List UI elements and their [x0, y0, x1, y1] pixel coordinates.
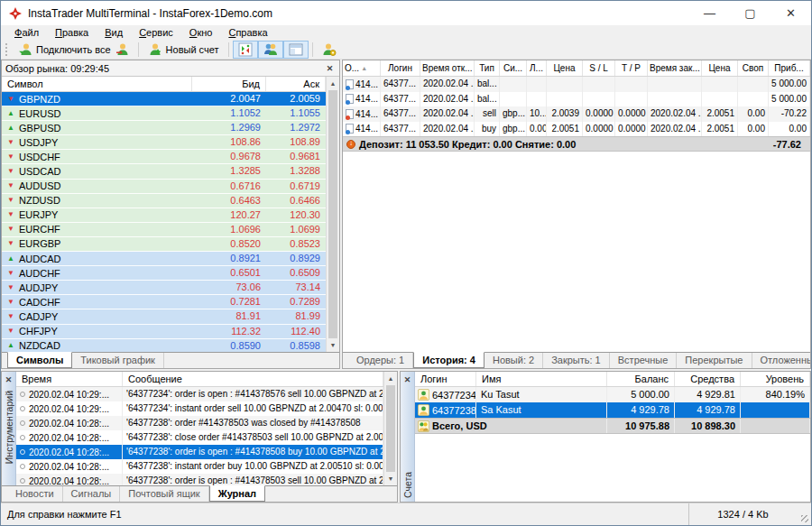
resize-grip[interactable]: [797, 503, 811, 525]
market-row[interactable]: USDJPY 108.86 108.89: [2, 135, 326, 150]
column-type[interactable]: Тип: [475, 60, 500, 76]
account-settings-button[interactable]: [317, 41, 342, 59]
column-symbol[interactable]: Си...: [500, 60, 527, 76]
close-button[interactable]: ✕: [770, 1, 811, 25]
column-swap[interactable]: Своп: [738, 60, 769, 76]
menu-item[interactable]: Окно: [181, 26, 221, 39]
orders-tab[interactable]: Отложенный: 1: [752, 353, 812, 368]
toggle-toolbox-button[interactable]: [283, 41, 309, 59]
column-equity[interactable]: Средства: [675, 372, 741, 386]
orders-tab[interactable]: Перекрытые: [677, 353, 752, 368]
column-login[interactable]: Логин: [381, 60, 420, 76]
market-row[interactable]: USDCAD 1.3285 1.3288: [2, 164, 326, 179]
toolbox-tab[interactable]: Новости: [7, 486, 63, 502]
toggle-market-watch-button[interactable]: [233, 41, 258, 59]
market-row[interactable]: AUDCAD 0.8921 0.8929: [2, 252, 326, 266]
column-bid[interactable]: Бид: [192, 77, 266, 91]
column-ask[interactable]: Аск: [266, 77, 326, 91]
market-row[interactable]: CADJPY 81.91 81.99: [2, 309, 326, 324]
order-open-time: 2020.02.04 ...: [420, 106, 475, 122]
scroll-down-icon[interactable]: ▼: [327, 338, 339, 352]
scrollbar-thumb[interactable]: [386, 385, 395, 472]
menu-item[interactable]: Правка: [47, 26, 97, 39]
toggle-accounts-button[interactable]: [258, 41, 283, 59]
market-row[interactable]: GBPNZD 2.0047 2.0059: [2, 92, 326, 106]
market-row[interactable]: CHFJPY 112.32 112.40: [2, 325, 326, 339]
market-row[interactable]: EURUSD 1.1052 1.1055: [2, 106, 326, 121]
toolbox-close-icon[interactable]: ✕: [3, 374, 14, 385]
toolbox-tab[interactable]: Журнал: [209, 485, 265, 502]
column-price[interactable]: Цена: [547, 60, 583, 76]
accounts-close-icon[interactable]: ✕: [401, 374, 413, 385]
journal-time: 2020.02.04 10:29:...: [29, 390, 109, 400]
orders-tab[interactable]: Закрыть: 1: [543, 353, 610, 368]
order-row[interactable]: 414... 64377... 2020.02.04 ... bal...: [343, 92, 810, 107]
market-row[interactable]: AUDUSD 0.6716 0.6719: [2, 180, 326, 194]
toolbar-grip[interactable]: [5, 43, 10, 56]
journal-scrollbar[interactable]: ▲ ▼: [383, 372, 397, 485]
market-watch-close-icon[interactable]: ✕: [324, 62, 336, 74]
column-symbol[interactable]: Символ: [2, 77, 192, 91]
market-row[interactable]: EURCHF 1.0696 1.0699: [2, 223, 326, 237]
column-login[interactable]: Логин: [415, 372, 476, 386]
market-row[interactable]: EURJPY 120.27 120.30: [2, 208, 326, 223]
scroll-down-icon[interactable]: ▼: [384, 472, 397, 485]
toolbox-tab[interactable]: Сигналы: [63, 486, 121, 502]
bid-value: 1.3285: [192, 164, 266, 178]
orders-tab[interactable]: Ордеры: 1: [348, 353, 413, 368]
column-open-time[interactable]: Время отк...: [420, 60, 475, 76]
orders-tab[interactable]: История: 4: [413, 352, 484, 368]
journal-row[interactable]: 2020.02.04 10:28:... '64377238': instant…: [16, 459, 383, 474]
column-balance[interactable]: Баланс: [607, 372, 675, 386]
journal-row[interactable]: 2020.02.04 10:29:... '64377234': order i…: [16, 387, 383, 401]
market-row[interactable]: EURGBP 0.8520 0.8523: [2, 237, 326, 252]
column-level[interactable]: Уровень: [741, 372, 810, 386]
column-time[interactable]: Время: [16, 372, 123, 386]
scrollbar-thumb[interactable]: [328, 90, 337, 338]
column-tp[interactable]: T / P: [615, 60, 648, 76]
order-close-time: [648, 92, 702, 107]
market-row[interactable]: GBPUSD 1.2969 1.2972: [2, 121, 326, 135]
toolbox-tab[interactable]: Почтовый ящик: [120, 486, 208, 502]
menu-item[interactable]: Сервис: [131, 26, 181, 39]
column-order[interactable]: О...▲: [343, 60, 381, 76]
market-watch-scrollbar[interactable]: ▲ ▼: [326, 77, 339, 352]
orders-tab[interactable]: Новый: 2: [484, 353, 543, 368]
maximize-button[interactable]: ▢: [730, 1, 770, 25]
market-watch-tab[interactable]: Символы: [7, 352, 72, 368]
order-row[interactable]: 414... 64377... 2020.02.04 ... bal...: [343, 77, 810, 92]
account-row[interactable]: 64377234 Ku Tasut 5 000.00 4 929.81 840.…: [415, 387, 810, 402]
market-row[interactable]: NZDUSD 0.6463 0.6466: [2, 194, 326, 208]
column-sl[interactable]: S / L: [583, 60, 615, 76]
journal-row[interactable]: 2020.02.04 10:28:... '64377238': close o…: [16, 430, 383, 445]
journal-row[interactable]: 2020.02.04 10:28:... '64377238': order #…: [16, 416, 383, 430]
column-close-price[interactable]: Цена: [702, 60, 738, 76]
order-row[interactable]: 414... 64377... 2020.02.04 ... buy gbp..…: [343, 122, 810, 137]
account-row[interactable]: 64377238 Sa Kasut 4 929.78 4 929.78: [415, 402, 810, 418]
market-row[interactable]: AUDCHF 0.6501 0.6509: [2, 266, 326, 281]
journal-row[interactable]: 2020.02.04 10:28:... '64377238': order i…: [16, 445, 383, 459]
new-account-button[interactable]: Новый счет: [143, 41, 225, 59]
journal-row[interactable]: 2020.02.04 10:29:... '64377234': instant…: [16, 401, 383, 416]
order-row[interactable]: 414... 64377... 2020.02.04 ... sell gbp.…: [343, 106, 810, 122]
market-row[interactable]: USDCHF 0.9678 0.9681: [2, 150, 326, 164]
menu-item[interactable]: Справка: [220, 26, 275, 39]
column-close-time[interactable]: Время зак...: [648, 60, 702, 76]
column-lots[interactable]: Л...: [527, 60, 547, 76]
orders-tab[interactable]: Встречные: [610, 353, 678, 368]
journal-entry-icon: [20, 464, 25, 469]
column-message[interactable]: Сообщение: [123, 372, 383, 386]
minimize-button[interactable]: —: [689, 1, 730, 25]
column-name[interactable]: Имя: [476, 372, 607, 386]
journal-entry-icon: [20, 392, 25, 397]
order-type: bal...: [475, 77, 500, 92]
market-row[interactable]: AUDJPY 73.06 73.14: [2, 281, 326, 295]
menu-item[interactable]: Вид: [97, 26, 131, 39]
menu-item[interactable]: Файл: [6, 26, 47, 39]
column-profit[interactable]: Приб...: [769, 60, 810, 76]
scroll-up-icon[interactable]: ▲: [384, 372, 397, 385]
scroll-up-icon[interactable]: ▲: [327, 77, 339, 90]
market-watch-tab[interactable]: Тиковый график: [72, 353, 164, 368]
connect-all-button[interactable]: Подключить все: [13, 41, 134, 59]
market-row[interactable]: CADCHF 0.7281 0.7289: [2, 295, 326, 309]
